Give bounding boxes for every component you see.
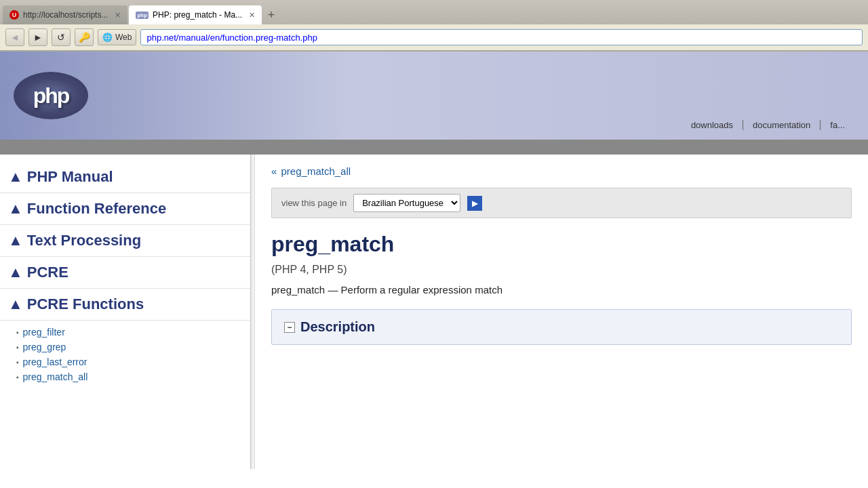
key-icon: 🔑 — [79, 32, 90, 43]
tab-localhost[interactable]: U http://localhost/scripts... ✕ — [3, 5, 127, 24]
preg-grep-label: preg_grep — [23, 342, 66, 352]
php-logo-text: php — [33, 83, 69, 108]
function-title: preg_match — [271, 232, 852, 257]
sub-nav-bar — [0, 140, 868, 155]
tab2-close[interactable]: ✕ — [249, 11, 255, 20]
forward-icon: ► — [33, 32, 43, 43]
new-tab-icon: + — [268, 8, 275, 22]
prev-link[interactable]: preg_match_all — [271, 165, 852, 177]
function-version: (PHP 4, PHP 5) — [271, 264, 852, 276]
tab2-label: PHP: preg_match - Ma... — [153, 10, 242, 20]
description-box: − Description — [271, 309, 852, 345]
tab-php-preg-match[interactable]: php PHP: preg_match - Ma... ✕ — [129, 5, 262, 24]
forward-button[interactable]: ► — [28, 28, 47, 46]
php-favicon: php — [136, 12, 149, 19]
globe-icon: 🌐 — [102, 33, 113, 42]
language-select[interactable]: Brazilian Portuguese English German Span… — [353, 194, 460, 212]
web-search-toggle[interactable]: 🌐 Web — [98, 29, 136, 45]
pcre-functions-list: preg_filter preg_grep preg_last_error pr… — [0, 321, 250, 388]
new-tab-button[interactable]: + — [263, 7, 279, 23]
preg-match-all-label: preg_match_all — [23, 371, 88, 382]
lang-go-button[interactable]: ▶ — [467, 196, 482, 211]
sidebar-item-preg-match-all[interactable]: preg_match_all — [16, 369, 250, 384]
text-processing-label: Text Processing — [27, 232, 141, 249]
url-input[interactable] — [140, 29, 863, 45]
prev-link-text: preg_match_all — [281, 165, 351, 177]
tab1-close[interactable]: ✕ — [115, 11, 121, 20]
back-button[interactable]: ◄ — [5, 28, 24, 46]
description-section-title: − Description — [284, 319, 839, 335]
php-logo: php — [14, 72, 88, 119]
tab1-label: http://localhost/scripts... — [23, 10, 108, 20]
nav-fa[interactable]: fa... — [821, 120, 854, 130]
php-manual-label: PHP Manual — [27, 168, 113, 186]
description-title-text: Description — [300, 319, 375, 335]
function-reference-label: Function Reference — [27, 200, 166, 218]
preg-filter-label: preg_filter — [23, 327, 65, 338]
tab-bar: U http://localhost/scripts... ✕ php PHP:… — [0, 0, 868, 24]
web-label-text: Web — [115, 33, 132, 42]
header-nav: downloads documentation fa... — [682, 120, 854, 130]
preg-last-error-label: preg_last_error — [23, 357, 87, 367]
browser-chrome: U http://localhost/scripts... ✕ php PHP:… — [0, 0, 868, 52]
php-header: php downloads documentation fa... — [0, 52, 868, 140]
sidebar: ▲ PHP Manual ▲ Function Reference ▲ Text… — [0, 155, 251, 469]
lang-go-arrow: ▶ — [472, 199, 478, 208]
nav-downloads[interactable]: downloads — [682, 120, 743, 130]
pcre-label: PCRE — [27, 264, 68, 281]
sidebar-item-pcre-functions[interactable]: ▲ PCRE Functions — [0, 289, 250, 321]
pcre-arrow: ▲ — [8, 264, 23, 281]
php-manual-arrow: ▲ — [8, 168, 23, 186]
page: php downloads documentation fa... ▲ PHP … — [0, 52, 868, 469]
text-processing-arrow: ▲ — [8, 232, 23, 249]
address-bar: ◄ ► ↺ 🔑 🌐 Web — [0, 24, 868, 52]
opera-favicon: U — [9, 10, 19, 20]
lang-bar-label: view this page in — [281, 198, 347, 208]
minus-icon: − — [287, 323, 292, 332]
refresh-icon: ↺ — [57, 32, 65, 43]
sidebar-item-pcre[interactable]: ▲ PCRE — [0, 257, 250, 289]
pcre-functions-arrow: ▲ — [8, 296, 23, 313]
function-reference-arrow: ▲ — [8, 200, 23, 218]
nav-documentation[interactable]: documentation — [743, 120, 821, 130]
pcre-functions-label: PCRE Functions — [27, 296, 144, 313]
back-icon: ◄ — [10, 32, 20, 43]
sidebar-item-preg-last-error[interactable]: preg_last_error — [16, 354, 250, 369]
main-content: ▲ PHP Manual ▲ Function Reference ▲ Text… — [0, 155, 868, 469]
refresh-button[interactable]: ↺ — [52, 28, 71, 46]
sidebar-item-preg-filter[interactable]: preg_filter — [16, 325, 250, 340]
content-area: preg_match_all view this page in Brazili… — [255, 155, 868, 469]
sidebar-item-preg-grep[interactable]: preg_grep — [16, 340, 250, 354]
language-bar: view this page in Brazilian Portuguese E… — [271, 188, 852, 218]
sidebar-item-php-manual[interactable]: ▲ PHP Manual — [0, 161, 250, 193]
sidebar-item-text-processing[interactable]: ▲ Text Processing — [0, 225, 250, 257]
security-button[interactable]: 🔑 — [75, 28, 94, 46]
sidebar-item-function-reference[interactable]: ▲ Function Reference — [0, 193, 250, 225]
function-description: preg_match — Perform a regular expressio… — [271, 284, 852, 296]
collapse-description-button[interactable]: − — [284, 322, 295, 333]
